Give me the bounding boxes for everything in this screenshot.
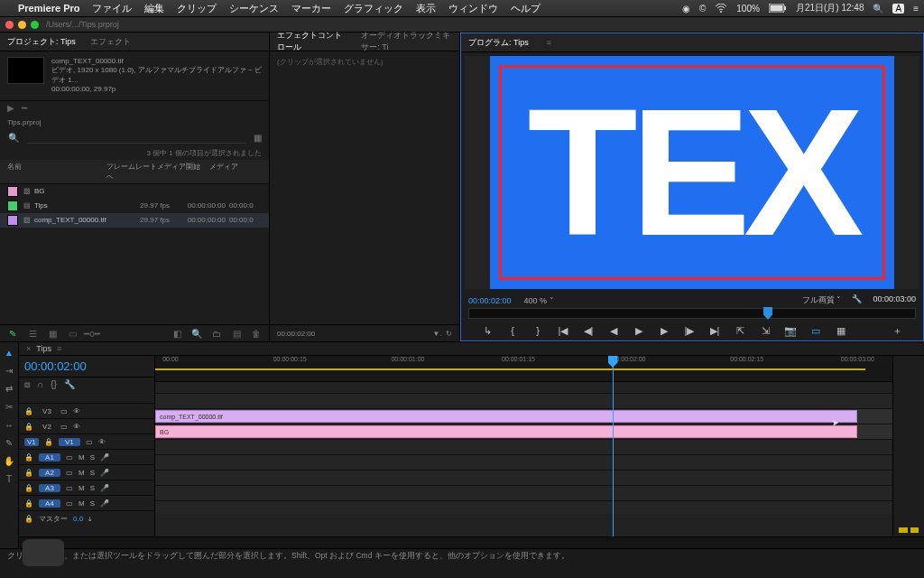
new-bin-icon[interactable]: ▦ [254, 133, 262, 143]
razor-tool-icon[interactable]: ✂ [3, 400, 15, 413]
zoom-slider[interactable]: ━o━ [87, 328, 97, 339]
lane-master[interactable] [155, 500, 892, 514]
lift-icon[interactable]: ⇱ [734, 324, 746, 337]
menu-clip[interactable]: クリップ [177, 2, 217, 15]
menu-help[interactable]: ヘルプ [511, 2, 541, 15]
panel-menu-icon[interactable]: ≡ [57, 344, 61, 353]
extract-icon[interactable]: ⇲ [759, 324, 772, 337]
tab-effect-controls[interactable]: エフェクトコントロール [277, 30, 346, 53]
snap-icon[interactable]: ⧈ [24, 379, 30, 390]
mark-out-icon[interactable]: { [506, 324, 519, 337]
scrollbar-thumb[interactable] [23, 539, 64, 566]
lane-a2[interactable] [155, 454, 892, 470]
add-button-icon[interactable]: ＋ [891, 324, 903, 337]
export-frame-icon[interactable]: 📷 [784, 324, 797, 337]
play-icon[interactable]: ▶ [7, 103, 14, 113]
spotlight-icon[interactable]: 🔍 [873, 4, 883, 14]
record-icon[interactable]: ◉ [682, 4, 690, 14]
track-v2[interactable]: 🔒V2▭👁 [19, 418, 154, 434]
automate-icon[interactable]: ◧ [171, 328, 182, 339]
work-area-bar[interactable] [155, 368, 865, 370]
monitor-timebar[interactable] [468, 308, 916, 319]
step-back-icon[interactable]: ◀| [582, 324, 595, 337]
panel-menu-icon[interactable]: ≡ [547, 38, 551, 47]
tab-audio-mixer[interactable]: オーディオトラックミキサー: Ti [361, 30, 452, 53]
col-fps[interactable]: フレームレート へ [106, 162, 157, 182]
bin-row[interactable]: ▧ BG [0, 184, 269, 199]
track-a3[interactable]: 🔒A3▭MS🎤 [19, 480, 154, 495]
tab-effects[interactable]: エフェクト [90, 36, 131, 48]
app-name[interactable]: Premiere Pro [18, 3, 79, 14]
filter-icon[interactable]: ▼. [432, 330, 441, 338]
ime-icon[interactable]: A [892, 4, 904, 14]
monitor-playhead[interactable] [763, 307, 772, 320]
ripple-tool-icon[interactable]: ⇄ [3, 382, 15, 395]
program-monitor[interactable]: TEX [465, 56, 919, 289]
pen-tool-icon[interactable]: ✎ [3, 436, 15, 449]
time-ruler[interactable]: 00:00 00:00:00:15 00:00:01:00 00:00:01:1… [155, 356, 892, 382]
lane-v2[interactable]: comp_TEXT_00000.tif [155, 408, 892, 424]
lane-a4[interactable] [155, 485, 892, 500]
new-bin-icon[interactable]: 🗀 [211, 328, 222, 339]
slip-tool-icon[interactable]: ↔ [3, 418, 15, 431]
settings-icon[interactable]: 🔧 [64, 379, 75, 390]
settings-icon[interactable]: 🔧 [852, 294, 862, 306]
label-swatch[interactable] [7, 186, 18, 197]
track-a4[interactable]: 🔒A4▭MS🎤 [19, 495, 154, 510]
zoom-dropdown[interactable]: 400 % ˅ [524, 296, 554, 305]
lane-v3[interactable] [155, 393, 892, 408]
col-start[interactable]: メディア開始 [157, 162, 209, 182]
timeline-playhead[interactable] [613, 356, 614, 536]
col-end[interactable]: メディア [209, 162, 238, 182]
wifi-icon[interactable] [715, 4, 727, 13]
tab-project[interactable]: プロジェクト: Tips [7, 36, 76, 48]
hand-tool-icon[interactable]: ✋ [3, 454, 15, 467]
go-in-icon[interactable]: |◀ [557, 324, 569, 337]
program-timecode-right[interactable]: 00:00:03:00 [873, 294, 916, 306]
button-editor-icon[interactable]: ▦ [835, 324, 847, 337]
trash-icon[interactable]: 🗑 [251, 328, 262, 339]
window-minimize[interactable] [18, 21, 26, 29]
pen-icon[interactable]: ✎ [7, 328, 18, 339]
search-input[interactable] [27, 132, 246, 144]
loop-icon[interactable]: ↻ [446, 330, 452, 338]
menu-window[interactable]: ウィンドウ [448, 2, 498, 15]
sequence-tab[interactable]: Tips [36, 344, 51, 353]
bin-row[interactable]: ▤ Tips 29.97 fps 00:00:00:00 00:00:0 [0, 199, 269, 213]
program-timecode-left[interactable]: 00:00:02:00 [468, 296, 512, 305]
resolution-dropdown[interactable]: フル画質 ˅ [802, 294, 842, 306]
menu-marker[interactable]: マーカー [291, 2, 331, 15]
comparison-icon[interactable]: ▭ [809, 324, 822, 337]
track-v3[interactable]: 🔒V3▭👁 [19, 403, 154, 418]
lane-a1[interactable] [155, 439, 892, 454]
track-v1[interactable]: V1🔒V1▭👁 [19, 434, 154, 449]
prev-frame-icon[interactable]: ◀ [607, 324, 620, 337]
cc-icon[interactable]: © [699, 4, 706, 14]
search-icon[interactable]: 🔍 [7, 132, 20, 144]
lane-a3[interactable] [155, 470, 892, 485]
track-select-tool-icon[interactable]: ⇥ [3, 364, 15, 377]
track-master[interactable]: 🔒マスター0.0⫰ [19, 510, 154, 526]
selection-tool-icon[interactable]: ▲ [3, 346, 15, 359]
lane-v1[interactable]: BG [155, 424, 892, 439]
clip-thumbnail[interactable] [7, 57, 44, 84]
timeline-tracks[interactable]: 00:00 00:00:00:15 00:00:01:00 00:00:01:1… [155, 356, 892, 536]
menu-view[interactable]: 表示 [416, 2, 436, 15]
menu-sequence[interactable]: シーケンス [229, 2, 279, 15]
col-name[interactable]: 名前 [7, 162, 106, 182]
label-swatch[interactable] [7, 200, 18, 211]
track-a2[interactable]: 🔒A2▭MS🎤 [19, 464, 154, 480]
menu-extra-icon[interactable]: ≡ [913, 4, 919, 14]
timeline-scrollbar[interactable] [19, 536, 924, 548]
window-close[interactable] [5, 21, 14, 29]
track-a1[interactable]: 🔒A1▭MS🎤 [19, 449, 154, 464]
window-zoom[interactable] [31, 21, 39, 29]
bin-row[interactable]: ▧ comp_TEXT_00000.tif 29.97 fps 00:00:00… [0, 213, 269, 228]
timeline-timecode[interactable]: 00:00:02:00 [19, 356, 154, 378]
freeform-view-icon[interactable]: ▭ [67, 328, 78, 339]
tab-program[interactable]: プログラム: Tips [468, 37, 529, 49]
mark-in-icon[interactable]: ↳ [481, 324, 494, 337]
type-tool-icon[interactable]: T [3, 472, 15, 485]
slider-icon[interactable]: ━ [22, 103, 27, 113]
clip-v1[interactable]: BG [155, 425, 857, 438]
